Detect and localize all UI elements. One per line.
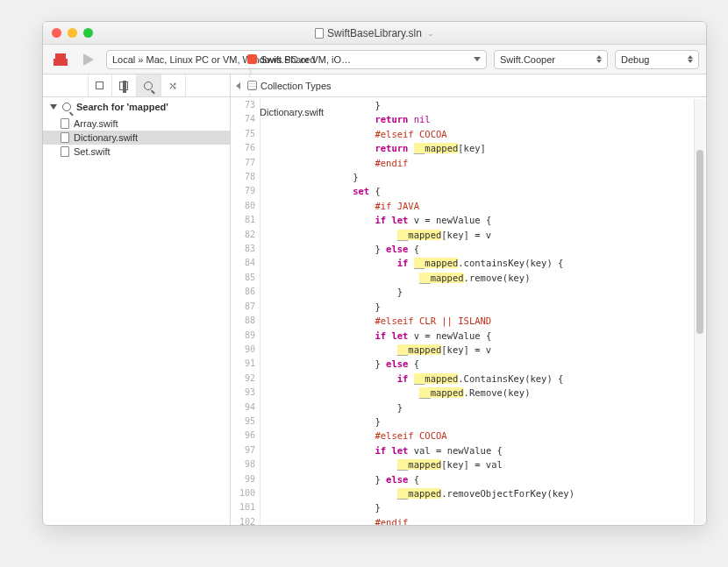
- dropdown-icon: [474, 57, 481, 61]
- search-header-text: Search for 'mapped': [76, 102, 168, 112]
- scheme-selector[interactable]: Swift.Cooper: [494, 50, 608, 69]
- editor-pane: Swift.Shared〉Collection Types〉Dictionary…: [231, 74, 706, 525]
- symbols-icon: [119, 82, 128, 90]
- titlebar[interactable]: SwiftBaseLibrary.sln ⌄: [43, 22, 706, 45]
- breadcrumb-label: Swift.Shared: [261, 54, 315, 65]
- breadcrumb: Swift.Shared〉Collection Types〉Dictionary…: [231, 74, 706, 97]
- tab-shuffle[interactable]: ⤭: [161, 74, 186, 96]
- search-result-item[interactable]: Set.swift: [43, 145, 230, 159]
- group-icon: [247, 81, 257, 90]
- file-icon: [61, 132, 69, 143]
- chevron-right-icon: 〉: [247, 66, 259, 79]
- main-body: ⤭ Search for 'mapped' Array.swiftDiction…: [43, 74, 706, 525]
- file-icon: [61, 146, 69, 157]
- close-icon[interactable]: [52, 28, 61, 38]
- search-results: Array.swiftDictionary.swiftSet.swift: [43, 117, 230, 525]
- minimize-icon[interactable]: [68, 28, 77, 38]
- tab-symbols[interactable]: [112, 74, 137, 96]
- shuffle-icon: ⤭: [168, 80, 177, 92]
- swift-icon: [247, 54, 257, 64]
- play-icon: [83, 53, 94, 66]
- back-icon[interactable]: [236, 82, 240, 89]
- config-text: Debug: [621, 54, 649, 65]
- navigator-icon: [96, 82, 103, 89]
- scheme-text: Swift.Cooper: [500, 54, 555, 65]
- run-button[interactable]: [78, 49, 99, 70]
- tab-navigator[interactable]: [88, 74, 112, 96]
- toolbar: Local » Mac, Linux PC or VM, Windows PC …: [43, 45, 706, 74]
- title-text: SwiftBaseLibrary.sln: [327, 27, 422, 39]
- vertical-scrollbar[interactable]: [694, 99, 705, 524]
- sidebar: ⤭ Search for 'mapped' Array.swiftDiction…: [43, 74, 231, 525]
- document-icon: [315, 28, 324, 39]
- window-controls: [43, 28, 93, 38]
- file-name: Set.swift: [74, 146, 111, 157]
- window-title: SwiftBaseLibrary.sln ⌄: [43, 27, 706, 39]
- disclosure-triangle-icon: [50, 104, 57, 110]
- breadcrumb-item[interactable]: Swift.Shared: [247, 54, 332, 65]
- build-icon: [54, 53, 68, 66]
- search-header[interactable]: Search for 'mapped': [43, 97, 230, 117]
- ide-window: SwiftBaseLibrary.sln ⌄ Local » Mac, Linu…: [42, 21, 707, 526]
- line-gutter: 73 74 75 76 77 78 79 80 81 82 83 84 85 8…: [231, 97, 261, 525]
- breadcrumb-label: Collection Types: [261, 81, 332, 91]
- search-result-item[interactable]: Dictionary.swift: [43, 131, 230, 145]
- search-result-item[interactable]: Array.swift: [43, 117, 230, 131]
- tab-search[interactable]: [137, 74, 161, 96]
- sidebar-tabs: ⤭: [43, 74, 230, 97]
- build-button[interactable]: [50, 49, 71, 70]
- code-area[interactable]: 73 74 75 76 77 78 79 80 81 82 83 84 85 8…: [231, 97, 706, 525]
- file-icon: [61, 118, 69, 129]
- file-name: Dictionary.swift: [74, 132, 138, 143]
- search-icon: [144, 82, 153, 90]
- stepper-icon: [688, 55, 693, 63]
- stepper-icon: [596, 55, 602, 63]
- config-selector[interactable]: Debug: [615, 50, 699, 69]
- breadcrumb-item[interactable]: Collection Types: [247, 81, 332, 91]
- file-name: Array.swift: [74, 118, 118, 129]
- code-text[interactable]: } return nil #elseif COCOA return __mapp…: [261, 97, 706, 525]
- scroll-thumb[interactable]: [696, 150, 703, 334]
- zoom-icon[interactable]: [83, 28, 93, 38]
- title-chevron-icon: ⌄: [427, 29, 434, 38]
- search-icon: [62, 103, 71, 111]
